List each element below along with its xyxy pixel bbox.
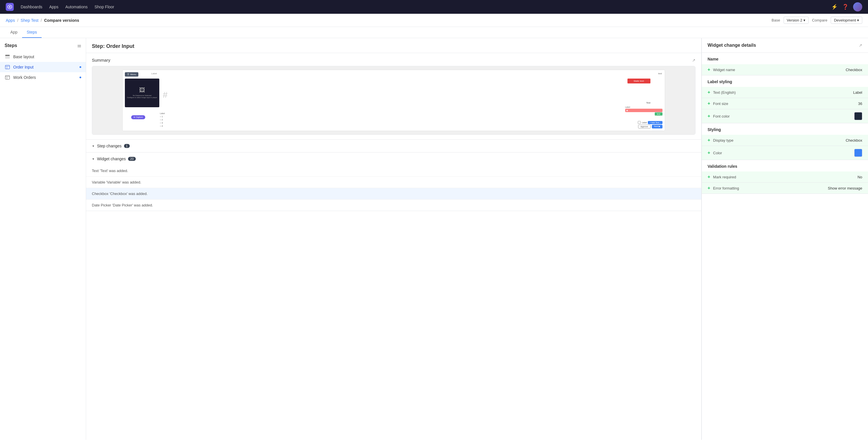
sidebar-item-order-input[interactable]: Order Input xyxy=(0,62,86,72)
user-avatar[interactable] xyxy=(853,2,862,11)
sidebar: Steps ⚌ Base layout xyxy=(0,38,86,440)
error-formatting-plus-icon: + xyxy=(708,185,710,191)
widget-name-value: Checkbox xyxy=(846,68,862,72)
mark-required-row: + Mark required No xyxy=(702,171,868,183)
widget-changes-header[interactable]: ▼ Widget changes 20 xyxy=(86,152,701,165)
mock-test-label: Test xyxy=(646,102,650,104)
mock-image-icon: 🖼 xyxy=(139,87,145,94)
preview-canvas: ☰ Menu Label test 🖼 No Datasource Select… xyxy=(92,66,695,134)
text-english-label: Text (English) xyxy=(713,90,853,95)
dev-value: Development xyxy=(834,18,856,22)
tab-app[interactable]: App xyxy=(6,27,22,38)
widget-changes-label: Widget changes xyxy=(97,157,126,161)
step-changes-badge: 1 xyxy=(124,144,130,148)
text-english-value: Label xyxy=(853,90,862,95)
content-area: Step: Order Input Summary ↗ ☰ Menu Labe xyxy=(86,38,868,440)
font-color-label: Font color xyxy=(713,114,854,118)
widget-changes-badge: 20 xyxy=(128,157,135,161)
mock-next-btn: Next ▶ xyxy=(652,125,662,129)
table-icon-order xyxy=(5,65,10,69)
dev-chevron-icon: ▾ xyxy=(857,18,859,22)
nav-apps[interactable]: Apps xyxy=(50,5,59,9)
mock-green-tag: test xyxy=(655,112,662,115)
mock-list-title: Label xyxy=(160,112,165,114)
widget-details-panel: Widget change details ↗ Name + Widget na… xyxy=(702,38,868,440)
nav-automations[interactable]: Automations xyxy=(65,5,88,9)
sidebar-item-work-orders-label: Work Orders xyxy=(13,75,36,80)
step-changes-header[interactable]: ▼ Step changes 1 xyxy=(86,140,701,152)
mock-approve-btn: Approve xyxy=(638,125,651,129)
mock-list-items: ○ 1○ 2○ 3○ 4 xyxy=(160,115,165,128)
widget-details-title: Widget change details xyxy=(708,43,756,48)
widget-name-plus-icon: + xyxy=(708,67,710,72)
version-select[interactable]: Version 2 ▾ xyxy=(784,16,809,24)
widget-details-header: Widget change details ↗ xyxy=(702,38,868,53)
mark-required-plus-icon: + xyxy=(708,174,710,179)
mock-progress-label: Label xyxy=(625,106,662,108)
change-item-datepicker[interactable]: Date Picker 'Date Picker' was added. xyxy=(86,200,701,211)
step-header: Step: Order Input xyxy=(86,38,701,53)
breadcrumb-apps[interactable]: Apps xyxy=(6,18,15,23)
svg-point-1 xyxy=(9,6,11,8)
logo[interactable] xyxy=(6,3,14,11)
nav-shopfloor[interactable]: Shop Floor xyxy=(94,5,114,9)
font-size-value: 36 xyxy=(858,102,862,106)
step-changes-label: Step changes xyxy=(97,144,122,148)
top-nav-links: Dashboards Apps Automations Shop Floor xyxy=(21,5,825,9)
breadcrumb-current-page: Compare versions xyxy=(44,18,79,23)
sidebar-item-work-orders[interactable]: Work Orders xyxy=(0,72,86,82)
widget-name-row: + Widget name Checkbox xyxy=(702,64,868,75)
mock-static-text-red: Static text: xyxy=(627,78,650,83)
table-icon-work-orders xyxy=(5,75,10,80)
widget-changes-chevron: ▼ xyxy=(92,158,95,161)
summary-preview: ☰ Menu Label test 🖼 No Datasource Select… xyxy=(92,66,695,135)
font-color-plus-icon: + xyxy=(708,113,710,119)
text-english-plus-icon: + xyxy=(708,90,710,95)
compare-label: Compare xyxy=(812,18,827,22)
color-label: Color xyxy=(713,151,854,155)
breadcrumb-sep-2: / xyxy=(41,18,42,23)
display-type-row: + Display type Checkbox xyxy=(702,135,868,146)
detail-section-styling: Styling + Display type Checkbox + Color xyxy=(702,123,868,160)
font-size-plus-icon: + xyxy=(708,101,710,106)
color-plus-icon: + xyxy=(708,150,710,156)
dev-select[interactable]: Development ▾ xyxy=(831,16,862,24)
detail-section-name: Name + Widget name Checkbox xyxy=(702,53,868,75)
help-icon[interactable]: ❓ xyxy=(842,4,848,10)
mock-label-top: Label xyxy=(151,72,157,75)
step-view: Step: Order Input Summary ↗ ☰ Menu Labe xyxy=(86,38,702,440)
error-formatting-row: + Error formatting Show error message xyxy=(702,183,868,194)
mark-required-label: Mark required xyxy=(713,175,857,179)
activity-icon[interactable]: ⚡ xyxy=(831,4,838,10)
display-type-label: Display type xyxy=(713,138,846,142)
text-english-row: + Text (English) Label xyxy=(702,87,868,98)
base-label: Base xyxy=(772,18,780,22)
mock-approve-row: Approve Next ▶ xyxy=(638,125,662,129)
change-item-checkbox[interactable]: Checkbox 'Checkbox' was added. xyxy=(86,188,701,200)
mock-test-text: test xyxy=(658,72,662,75)
svg-rect-4 xyxy=(5,65,10,69)
filter-icon[interactable]: ⚌ xyxy=(77,43,81,48)
widget-details-external-icon[interactable]: ↗ xyxy=(859,43,862,47)
nav-dashboards[interactable]: Dashboards xyxy=(21,5,42,9)
external-link-icon[interactable]: ↗ xyxy=(692,58,695,63)
breadcrumb-app-name[interactable]: Shep Test xyxy=(21,18,38,23)
change-item-variable[interactable]: Variable 'Variable' was added. xyxy=(86,177,701,188)
mock-menu-bar: ☰ Menu xyxy=(125,72,138,76)
font-size-label: Font size xyxy=(713,102,858,106)
top-nav-right: ⚡ ❓ xyxy=(831,2,862,11)
tab-steps[interactable]: Steps xyxy=(22,27,42,38)
widget-name-label: Widget name xyxy=(713,68,846,72)
logo-icon xyxy=(7,5,12,9)
layout-icon xyxy=(5,55,10,59)
sidebar-items: Base layout Order Input xyxy=(0,52,86,440)
styling-title: Styling xyxy=(702,123,868,135)
mock-checkbox-label-text: Label xyxy=(642,122,647,124)
change-item-text[interactable]: Text 'Text' was added. xyxy=(86,165,701,177)
mock-checkbox-element xyxy=(638,121,641,124)
mock-add-text-btn: + Add Text... xyxy=(648,121,662,124)
mock-no-datasource: No Datasource SelectedConfigure to allow… xyxy=(126,95,158,99)
detail-section-validation: Validation rules + Mark required No + Er… xyxy=(702,160,868,194)
sidebar-item-base-layout[interactable]: Base layout xyxy=(0,52,86,62)
mock-capture-btn: ⊕ Capture xyxy=(131,115,145,119)
